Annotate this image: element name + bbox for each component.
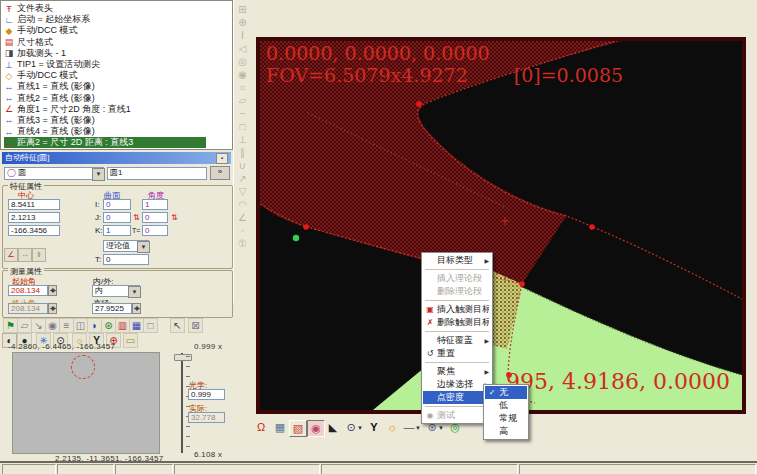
ellipse-feature-icon[interactable]: ○ xyxy=(234,81,251,94)
select-box-icon[interactable]: ⊠ xyxy=(188,318,203,333)
plane-feature-icon[interactable]: ◁ xyxy=(234,42,251,55)
funnel-icon[interactable]: Y xyxy=(366,420,382,435)
theoretical-dropdown-button[interactable]: ▼ xyxy=(137,241,150,253)
zoom-slider-track[interactable] xyxy=(181,353,183,453)
target-point[interactable] xyxy=(416,101,422,107)
chart-blue-icon[interactable]: ▦ xyxy=(129,318,144,333)
zoom-dropdown-arrow[interactable]: ▼ xyxy=(357,425,363,431)
target-point[interactable] xyxy=(589,224,595,230)
wedge-icon[interactable]: ◣ xyxy=(325,420,341,435)
center-x-field[interactable]: 8.5411 xyxy=(8,199,60,210)
live-camera-view[interactable] xyxy=(12,352,160,454)
gear-icon[interactable]: ⊛ xyxy=(101,318,116,333)
concentric-circle-icon[interactable]: ◉ xyxy=(234,68,251,81)
menu-item-reset[interactable]: ↺重置 xyxy=(423,347,491,360)
offset-tool-icon[interactable]: ↔ xyxy=(18,248,32,262)
t-value-field[interactable]: 0 xyxy=(103,254,149,265)
tray-icon[interactable]: ▭ xyxy=(123,333,138,348)
measured-circle-overlay xyxy=(71,355,95,379)
expand-button[interactable]: » xyxy=(210,166,230,180)
copy-target-icon[interactable]: ▧ xyxy=(289,420,307,437)
menu-item-point-density[interactable]: 点密度▶ xyxy=(423,391,491,404)
line-feature-icon[interactable]: − xyxy=(234,107,251,120)
diameter-field[interactable]: 27.9525 xyxy=(92,303,132,314)
active-point-green[interactable] xyxy=(293,235,299,241)
execute-flag-icon[interactable]: ⚑ xyxy=(3,318,18,333)
submenu-item-none[interactable]: ✓无 xyxy=(485,386,527,399)
rectangle-feature-icon[interactable]: □ xyxy=(234,120,251,133)
datum-icon[interactable]: ① xyxy=(234,237,251,250)
menu-item-target-type[interactable]: 目标类型▶ xyxy=(423,254,491,267)
angle-tool-icon[interactable]: ∠ xyxy=(4,248,18,262)
center-y-field[interactable]: 2.1213 xyxy=(8,212,60,223)
submenu-item-high[interactable]: 高 xyxy=(485,425,527,438)
point-feature-icon[interactable]: ⊕ xyxy=(234,16,251,29)
small-point-icon[interactable]: ◦ xyxy=(234,224,251,237)
angle-i-field[interactable]: 1 xyxy=(142,199,168,210)
parallel-icon[interactable]: ∥ xyxy=(234,146,251,159)
menu-item-insert-theo-segment[interactable]: 插入理论段 xyxy=(423,272,491,285)
menu-item-test[interactable]: ◉测试 xyxy=(423,409,491,422)
target-point[interactable] xyxy=(303,224,309,230)
panel-close-button[interactable]: ▪ xyxy=(216,153,228,164)
end-angle-field[interactable]: 208.134 xyxy=(8,303,48,314)
angle-feature-icon[interactable]: ∠ xyxy=(234,211,251,224)
slot-feature-icon[interactable]: Ⅰ xyxy=(234,29,251,42)
profile-icon[interactable]: ∪ xyxy=(234,159,251,172)
optical-zoom-field[interactable]: 0.999 xyxy=(188,389,225,400)
circle-feature-icon[interactable]: ◎ xyxy=(234,55,251,68)
box-icon[interactable]: ◫ xyxy=(73,318,88,333)
surface-j-field[interactable]: 0 xyxy=(103,212,131,223)
actual-zoom-field[interactable]: 32.778 xyxy=(188,412,225,423)
feature-id-field[interactable]: 圆1 xyxy=(107,167,207,180)
menu-item-delete-theo-segment[interactable]: 删除理论段 xyxy=(423,285,491,298)
menu-item-delete-touch-target[interactable]: ✗删除触测目标 xyxy=(423,316,491,329)
start-angle-field[interactable]: 208.134 xyxy=(8,285,48,296)
menu-item-feature-overlay[interactable]: 特征覆盖▶ xyxy=(423,334,491,347)
submenu-item-low[interactable]: 低 xyxy=(485,399,527,412)
angle-j-field[interactable]: 0 xyxy=(142,212,168,223)
start-angle-spinner[interactable] xyxy=(48,285,57,296)
graphics-view[interactable]: 0.0000, 0.0000, 0.0000 FOV=6.5079x4.9272… xyxy=(256,37,746,414)
trapezoid-icon[interactable]: ▽ xyxy=(234,185,251,198)
tree-item-selected[interactable]: ↔距离2 = 尺寸 2D 距离 : 直线3 xyxy=(4,137,206,148)
target-point[interactable] xyxy=(519,281,525,287)
feature-type-combo[interactable]: ◯ 圆 xyxy=(4,167,104,180)
feature-type-dropdown-button[interactable]: ▼ xyxy=(92,168,105,181)
pattern-tool-icon[interactable]: ‖ xyxy=(32,248,46,262)
move-icon[interactable]: ↘ xyxy=(31,318,46,333)
menu-item-insert-touch-target[interactable]: ▣插入触测目标 xyxy=(423,303,491,316)
magnet-snap-icon[interactable]: Ω xyxy=(253,420,269,435)
vector-icon[interactable]: ↗ xyxy=(234,172,251,185)
arc-feature-icon[interactable]: ◠ xyxy=(234,198,251,211)
inner-outer-dropdown-button[interactable]: ▼ xyxy=(128,286,141,298)
camera-icon[interactable]: ▦ xyxy=(272,420,288,435)
surface-k-field[interactable]: 1 xyxy=(103,225,131,236)
line-style-dropdown-arrow[interactable]: ▼ xyxy=(415,425,421,431)
lock-vector-icon[interactable]: ⇅ xyxy=(133,213,140,222)
angle-k-field[interactable]: 0 xyxy=(142,225,168,236)
circle-target-icon[interactable]: ◉ xyxy=(307,420,325,437)
center-z-field[interactable]: -166.3456 xyxy=(8,225,60,236)
perpendicular-icon[interactable]: ⊥ xyxy=(234,133,251,146)
lock-angle-icon[interactable]: ⇅ xyxy=(171,213,178,222)
chart-red-icon[interactable]: ▥ xyxy=(115,318,130,333)
parallelogram-icon[interactable]: ▱ xyxy=(17,318,32,333)
bulb-help-icon[interactable]: ☼ xyxy=(384,420,400,435)
square-icon[interactable]: □ xyxy=(143,318,158,333)
program-tree[interactable]: Ŧ文件表头 ∟启动 = 起始坐标系 ◆手动/DCC 模式 ▤尺寸格式 ◨加载测头… xyxy=(0,0,233,150)
file-header-icon: Ŧ xyxy=(4,4,14,14)
menu-item-edge-selection[interactable]: 边缘选择▶ xyxy=(423,378,491,391)
pointer-icon[interactable]: ↖ xyxy=(170,318,185,333)
end-angle-spinner[interactable] xyxy=(48,303,57,314)
submenu-item-normal[interactable]: 常规 xyxy=(485,412,527,425)
polygon-feature-icon[interactable]: ▱ xyxy=(234,94,251,107)
gear-dropdown-arrow[interactable]: ▼ xyxy=(438,425,444,431)
diameter-spinner[interactable] xyxy=(132,303,141,314)
grid-feature-icon[interactable]: ⊞ xyxy=(234,3,251,16)
moon-illumination-icon[interactable]: ◗ xyxy=(87,318,102,333)
target-icon[interactable]: ◉ xyxy=(45,318,60,333)
menu-item-focus[interactable]: 聚焦▶ xyxy=(423,365,491,378)
surface-i-field[interactable]: 0 xyxy=(103,199,131,210)
list-icon[interactable]: ≡ xyxy=(59,318,74,333)
